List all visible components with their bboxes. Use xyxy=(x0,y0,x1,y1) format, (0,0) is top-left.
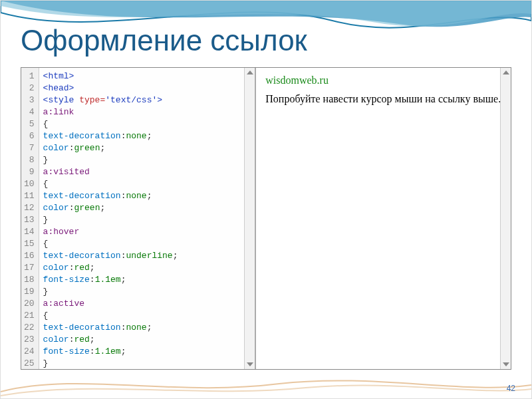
code-token: text-decoration xyxy=(43,323,121,332)
code-line: a:visited xyxy=(43,166,178,178)
code-line: { xyxy=(43,310,178,322)
line-number: 2 xyxy=(24,82,35,94)
code-token: { xyxy=(43,119,49,129)
line-number: 9 xyxy=(24,166,35,178)
line-number: 22 xyxy=(24,322,35,334)
line-number: 18 xyxy=(24,274,35,286)
code-token: text-decoration xyxy=(43,191,121,201)
code-line: } xyxy=(43,286,178,298)
code-token: { xyxy=(43,179,49,189)
line-number: 13 xyxy=(24,214,35,226)
line-number: 19 xyxy=(24,286,35,298)
code-token: ; xyxy=(100,143,105,153)
code-line: } xyxy=(43,358,178,369)
code-token: none xyxy=(126,191,146,201)
code-line: <html> xyxy=(43,70,178,82)
line-number: 5 xyxy=(24,118,35,130)
code-token: ; xyxy=(121,275,126,285)
code-line: text-decoration:none; xyxy=(43,190,178,202)
line-number: 20 xyxy=(24,298,35,310)
code-token: ; xyxy=(147,191,152,201)
code-token: color xyxy=(43,203,69,213)
scrollbar[interactable] xyxy=(244,68,255,369)
code-line: a:active xyxy=(43,298,178,310)
line-number: 11 xyxy=(24,190,35,202)
code-line: } xyxy=(43,214,178,226)
code-token: a:visited xyxy=(43,167,90,177)
preview-pane: wisdomweb.ru Попробуйте навести курсор м… xyxy=(256,68,511,369)
line-number: 14 xyxy=(24,226,35,238)
code-line: font-size:1.1em; xyxy=(43,346,178,358)
code-token: color xyxy=(43,334,69,344)
scrollbar[interactable] xyxy=(500,68,511,369)
code-token: } xyxy=(43,215,49,225)
slide-title: Оформление ссылок xyxy=(21,24,307,57)
page-number: 42 xyxy=(507,384,515,393)
code-token: ; xyxy=(90,334,95,344)
code-token: : xyxy=(90,346,95,356)
code-token: ; xyxy=(147,323,152,332)
code-token: color xyxy=(43,143,69,153)
wave-decoration-bottom xyxy=(1,365,531,398)
code-line: { xyxy=(43,118,178,130)
slide: Оформление ссылок 1234567891011121314151… xyxy=(0,0,532,399)
code-line: text-decoration:none; xyxy=(43,322,178,334)
content-frame: 1234567891011121314151617181920212223242… xyxy=(21,67,511,370)
line-number: 4 xyxy=(24,106,35,118)
code-token: red xyxy=(74,334,89,344)
code-token: } xyxy=(43,155,49,165)
code-token: ; xyxy=(173,251,178,261)
code-line: color:red; xyxy=(43,334,178,346)
code-line: <head> xyxy=(43,82,178,94)
line-number: 12 xyxy=(24,202,35,214)
code-token: underline xyxy=(126,251,172,261)
code-line: color:green; xyxy=(43,142,178,154)
code-token: color xyxy=(43,263,69,273)
code-token: } xyxy=(43,287,49,297)
code-token: : xyxy=(90,275,95,285)
code-area: <html><head><style type='text/css'>a:lin… xyxy=(39,68,182,369)
code-token: a:active xyxy=(43,299,84,309)
code-line: text-decoration:none; xyxy=(43,130,178,142)
code-token: a:hover xyxy=(43,227,80,237)
code-token: text-decoration xyxy=(43,251,121,261)
code-token: 1.1em xyxy=(95,346,121,356)
code-token: ; xyxy=(90,263,95,273)
code-token: ; xyxy=(147,131,152,141)
code-token: 'text/css' xyxy=(105,95,157,105)
line-number-gutter: 1234567891011121314151617181920212223242… xyxy=(21,68,39,369)
code-token: 1.1em xyxy=(95,275,121,285)
code-token: text-decoration xyxy=(43,131,121,141)
code-line: font-size:1.1em; xyxy=(43,274,178,286)
code-line: text-decoration:underline; xyxy=(43,250,178,262)
code-line: color:green; xyxy=(43,202,178,214)
code-token: { xyxy=(43,239,49,249)
preview-link[interactable]: wisdomweb.ru xyxy=(265,74,329,86)
code-token: none xyxy=(126,131,146,141)
line-number: 23 xyxy=(24,334,35,346)
line-number: 7 xyxy=(24,142,35,154)
line-number: 17 xyxy=(24,262,35,274)
code-line: { xyxy=(43,238,178,250)
line-number: 16 xyxy=(24,250,35,262)
code-token: > xyxy=(157,95,162,105)
code-token: type= xyxy=(79,95,105,105)
code-line: a:link xyxy=(43,106,178,118)
line-number: 1 xyxy=(24,70,35,82)
code-token: red xyxy=(74,263,89,273)
code-token: <style xyxy=(43,95,80,105)
preview-body-text: Попробуйте навести курсор мыши на ссылку… xyxy=(265,93,501,105)
code-token: <head> xyxy=(43,83,74,93)
line-number: 6 xyxy=(24,130,35,142)
line-number: 10 xyxy=(24,178,35,190)
code-token: } xyxy=(43,358,49,368)
line-number: 8 xyxy=(24,154,35,166)
line-number: 24 xyxy=(24,346,35,358)
code-token: <html> xyxy=(43,71,74,81)
code-token: a:link xyxy=(43,107,74,117)
code-line: } xyxy=(43,154,178,166)
code-token: font-size xyxy=(43,346,90,356)
code-line: <style type='text/css'> xyxy=(43,94,178,106)
code-token: font-size xyxy=(43,275,90,285)
code-token: none xyxy=(126,323,146,332)
